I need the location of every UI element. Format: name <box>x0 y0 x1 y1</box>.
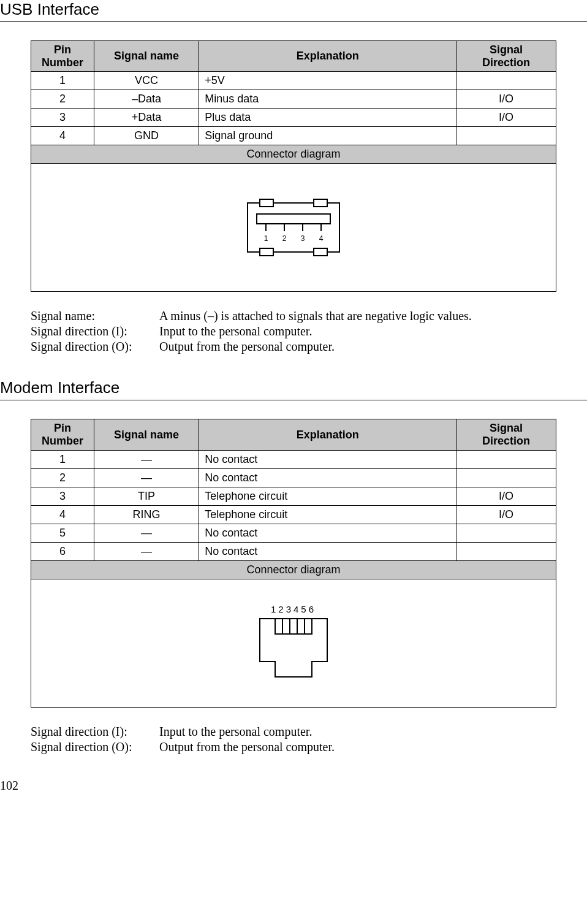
table-row: 3 +Data Plus data I/O <box>31 109 556 127</box>
note-text: Output from the personal computer. <box>159 740 335 754</box>
cell-signal: — <box>94 524 199 542</box>
cell-pin: 5 <box>31 524 94 542</box>
cell-signal: GND <box>94 127 199 145</box>
note-text: Input to the personal computer. <box>159 324 312 338</box>
note-text: Output from the personal computer. <box>159 340 335 354</box>
table-row: 1 — No contact <box>31 450 556 468</box>
cell-direction: I/O <box>456 487 556 505</box>
note-label: Signal direction (I): <box>31 324 159 338</box>
cell-direction <box>456 524 556 542</box>
svg-rect-1 <box>260 199 273 207</box>
cell-direction: I/O <box>456 109 556 127</box>
cell-explanation: +5V <box>199 72 456 90</box>
note-text: Input to the personal computer. <box>159 725 312 739</box>
connector-label-row: Connector diagram <box>31 560 556 579</box>
svg-rect-3 <box>260 248 273 256</box>
table-row: 4 RING Telephone circuit I/O <box>31 505 556 524</box>
modem-notes: Signal direction (I): Input to the perso… <box>31 725 556 754</box>
svg-rect-4 <box>314 248 327 256</box>
usb-notes: Signal name: A minus (–) is attached to … <box>31 309 556 354</box>
cell-pin: 1 <box>31 72 94 90</box>
cell-signal: –Data <box>94 90 199 109</box>
modem-section-title: Modem Interface <box>0 378 556 397</box>
svg-rect-5 <box>257 214 330 224</box>
note-label: Signal direction (O): <box>31 340 159 354</box>
table-row: 3 TIP Telephone circuit I/O <box>31 487 556 505</box>
th-explanation: Explanation <box>199 419 456 450</box>
table-row: 4 GND Signal ground <box>31 127 556 145</box>
cell-explanation: No contact <box>199 542 456 560</box>
cell-signal: VCC <box>94 72 199 90</box>
table-row: 1 VCC +5V <box>31 72 556 90</box>
page-number: 102 <box>0 779 556 793</box>
note-label: Signal direction (O): <box>31 740 159 754</box>
cell-direction <box>456 542 556 560</box>
cell-signal: TIP <box>94 487 199 505</box>
modem-connector-diagram: 123456 <box>31 579 556 707</box>
cell-explanation: Signal ground <box>199 127 456 145</box>
cell-explanation: Minus data <box>199 90 456 109</box>
title-rule <box>0 21 587 22</box>
svg-text:123456: 123456 <box>271 604 316 614</box>
th-pin: Pin Number <box>31 419 94 450</box>
cell-signal: +Data <box>94 109 199 127</box>
cell-explanation: No contact <box>199 524 456 542</box>
th-signal: Signal name <box>94 41 199 72</box>
cell-pin: 2 <box>31 90 94 109</box>
cell-direction: I/O <box>456 90 556 109</box>
cell-explanation: No contact <box>199 468 456 487</box>
svg-rect-0 <box>248 203 339 252</box>
usb-section-title: USB Interface <box>0 0 556 19</box>
cell-direction <box>456 468 556 487</box>
diagram-row: 1 2 3 4 <box>31 164 556 292</box>
cell-pin: 3 <box>31 109 94 127</box>
title-rule <box>0 400 587 400</box>
note-row: Signal direction (I): Input to the perso… <box>31 725 556 739</box>
usb-connector-diagram: 1 2 3 4 <box>31 164 556 292</box>
note-label: Signal name: <box>31 309 159 323</box>
rj11-connector-icon: 123456 <box>248 603 339 683</box>
svg-text:2: 2 <box>282 234 287 243</box>
note-text: A minus (–) is attached to signals that … <box>159 309 472 323</box>
cell-pin: 2 <box>31 468 94 487</box>
svg-rect-2 <box>314 199 327 207</box>
cell-pin: 1 <box>31 450 94 468</box>
th-pin: Pin Number <box>31 41 94 72</box>
cell-pin: 4 <box>31 127 94 145</box>
svg-text:4: 4 <box>319 234 324 243</box>
cell-signal: — <box>94 468 199 487</box>
connector-label: Connector diagram <box>31 145 556 164</box>
usb-pin-table: Pin Number Signal name Explanation Signa… <box>31 40 556 292</box>
cell-direction <box>456 450 556 468</box>
note-label: Signal direction (I): <box>31 725 159 739</box>
table-row: 2 — No contact <box>31 468 556 487</box>
cell-explanation: No contact <box>199 450 456 468</box>
cell-direction: I/O <box>456 505 556 524</box>
note-row: Signal direction (O): Output from the pe… <box>31 740 556 754</box>
th-signal: Signal name <box>94 419 199 450</box>
svg-text:3: 3 <box>301 234 305 243</box>
cell-signal: RING <box>94 505 199 524</box>
diagram-row: 123456 <box>31 579 556 707</box>
table-row: 6 — No contact <box>31 542 556 560</box>
svg-text:1: 1 <box>264 234 268 243</box>
cell-pin: 3 <box>31 487 94 505</box>
modem-pin-table: Pin Number Signal name Explanation Signa… <box>31 419 556 707</box>
th-direction: Signal Direction <box>456 41 556 72</box>
cell-signal: — <box>94 450 199 468</box>
table-row: 5 — No contact <box>31 524 556 542</box>
cell-signal: — <box>94 542 199 560</box>
cell-explanation: Telephone circuit <box>199 487 456 505</box>
note-row: Signal direction (I): Input to the perso… <box>31 324 556 338</box>
note-row: Signal direction (O): Output from the pe… <box>31 340 556 354</box>
note-row: Signal name: A minus (–) is attached to … <box>31 309 556 323</box>
cell-direction <box>456 127 556 145</box>
cell-pin: 6 <box>31 542 94 560</box>
th-direction: Signal Direction <box>456 419 556 450</box>
cell-pin: 4 <box>31 505 94 524</box>
cell-explanation: Plus data <box>199 109 456 127</box>
table-row: 2 –Data Minus data I/O <box>31 90 556 109</box>
usb-connector-icon: 1 2 3 4 <box>241 197 346 258</box>
connector-label-row: Connector diagram <box>31 145 556 164</box>
cell-explanation: Telephone circuit <box>199 505 456 524</box>
